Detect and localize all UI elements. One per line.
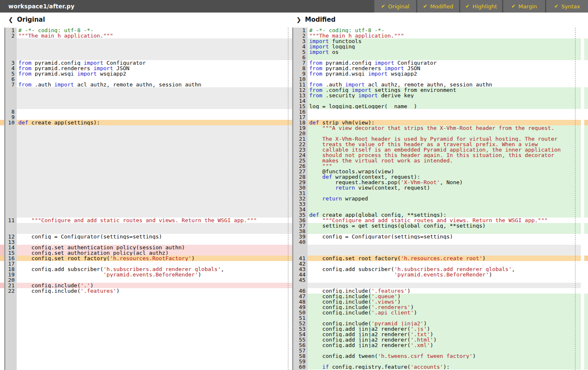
line-number xyxy=(5,93,17,98)
toggle-original-button[interactable]: ✔Original xyxy=(374,0,416,13)
right-change-markers xyxy=(584,28,588,370)
code-row: def wrapped(context, request): xyxy=(308,174,581,180)
change-marker xyxy=(584,120,588,125)
line-number: 46 xyxy=(293,288,308,294)
change-marker xyxy=(0,256,4,261)
code-row xyxy=(308,76,581,82)
code-row: config.set_authorization_policy(acl_auth… xyxy=(17,250,292,256)
line-number xyxy=(5,152,17,158)
line-number: 50 xyxy=(293,310,308,315)
code-row xyxy=(17,359,292,364)
line-number: 27 xyxy=(293,169,308,174)
left-code-pane[interactable]: # -*- coding: utf-8 -*-"""The main h app… xyxy=(17,28,292,370)
code-row: should not process this header again. In… xyxy=(308,152,581,158)
line-number: 14 xyxy=(293,98,308,104)
line-number: 15 xyxy=(293,104,308,109)
line-number: 29 xyxy=(293,180,308,185)
code-row: config.include('.') xyxy=(17,283,292,288)
code-row xyxy=(308,131,581,136)
pane-header-original-label: Original xyxy=(17,16,45,23)
line-number: 9 xyxy=(293,71,308,76)
code-row: def create_app(settings): xyxy=(17,120,292,125)
line-number xyxy=(5,190,17,196)
toggle-highlight-button[interactable]: ✔Highlight xyxy=(460,0,502,13)
change-marker xyxy=(584,158,588,163)
code-row xyxy=(17,239,292,245)
code-row xyxy=(17,299,292,304)
line-number: 52 xyxy=(293,321,308,326)
line-number: 26 xyxy=(293,163,308,169)
code-row: config.set_authentication_policy(session… xyxy=(17,245,292,250)
code-row: """A view decorator that strips the X-Vh… xyxy=(308,125,581,131)
line-number xyxy=(5,125,17,131)
line-number xyxy=(5,104,17,109)
line-number: 40 xyxy=(293,239,308,245)
code-row: makes the virtual root work as intended. xyxy=(308,158,581,163)
change-marker xyxy=(0,120,4,125)
line-number xyxy=(5,147,17,152)
change-marker xyxy=(584,256,588,261)
line-number: 7 xyxy=(293,60,308,66)
toggle-margin-button[interactable]: ✔Margin xyxy=(503,0,545,13)
line-number: 34 xyxy=(293,207,308,212)
code-row: import functools xyxy=(308,38,581,44)
line-number xyxy=(5,337,17,342)
line-number xyxy=(5,44,17,49)
code-row xyxy=(17,353,292,359)
change-marker xyxy=(584,87,588,93)
line-number xyxy=(5,174,17,180)
line-number xyxy=(5,185,17,190)
line-number: 3 xyxy=(5,60,17,66)
change-marker xyxy=(0,283,4,288)
code-row xyxy=(17,104,292,109)
code-row: from pyramid.renderers import JSON xyxy=(17,66,292,71)
toggle-syntax-button[interactable]: ✔Syntax xyxy=(546,0,588,13)
line-number xyxy=(5,55,17,60)
toggle-modified-button[interactable]: ✔Modified xyxy=(417,0,459,13)
pane-header-original: ❮ Original xyxy=(8,15,45,24)
change-marker xyxy=(584,55,588,60)
change-marker xyxy=(584,131,588,136)
code-row xyxy=(17,109,292,114)
code-row: request.headers.pop('X-Vhm-Root', None) xyxy=(308,180,581,185)
line-number: 20 xyxy=(5,277,17,283)
line-number: 48 xyxy=(293,299,308,304)
line-number xyxy=(5,163,17,169)
code-row: log = logging.getLogger(__name__) xyxy=(308,104,581,109)
line-number: 38 xyxy=(293,228,308,234)
change-marker xyxy=(584,147,588,152)
change-marker xyxy=(584,310,588,315)
code-row: config = Configurator(settings=settings) xyxy=(17,234,292,239)
line-number: 28 xyxy=(293,174,308,180)
code-row xyxy=(17,337,292,342)
line-number xyxy=(293,283,308,288)
line-number: 15 xyxy=(5,250,17,256)
code-row xyxy=(17,321,292,326)
code-row xyxy=(308,109,581,114)
line-number xyxy=(293,250,308,256)
line-number xyxy=(5,299,17,304)
line-number: 14 xyxy=(5,245,17,250)
change-marker xyxy=(584,201,588,207)
change-marker xyxy=(584,348,588,353)
code-row xyxy=(308,245,581,250)
code-row: return wrapped xyxy=(308,196,581,201)
change-marker xyxy=(584,321,588,326)
line-number: 17 xyxy=(5,261,17,266)
line-number: 21 xyxy=(5,283,17,288)
line-number xyxy=(5,98,17,104)
code-row: # -*- coding: utf-8 -*- xyxy=(308,28,581,33)
line-number: 4 xyxy=(5,66,17,71)
line-number: 56 xyxy=(293,342,308,348)
code-row xyxy=(17,114,292,120)
code-row xyxy=(17,152,292,158)
left-change-markers xyxy=(0,28,4,370)
change-marker xyxy=(584,337,588,342)
line-number: 31 xyxy=(293,190,308,196)
code-row: config.include('.api_client') xyxy=(308,310,581,315)
code-row xyxy=(17,76,292,82)
change-marker xyxy=(584,174,588,180)
right-code-pane[interactable]: # -*- coding: utf-8 -*-"""The main h app… xyxy=(308,28,581,370)
line-number xyxy=(5,49,17,55)
column-margin-line-left xyxy=(288,28,288,370)
